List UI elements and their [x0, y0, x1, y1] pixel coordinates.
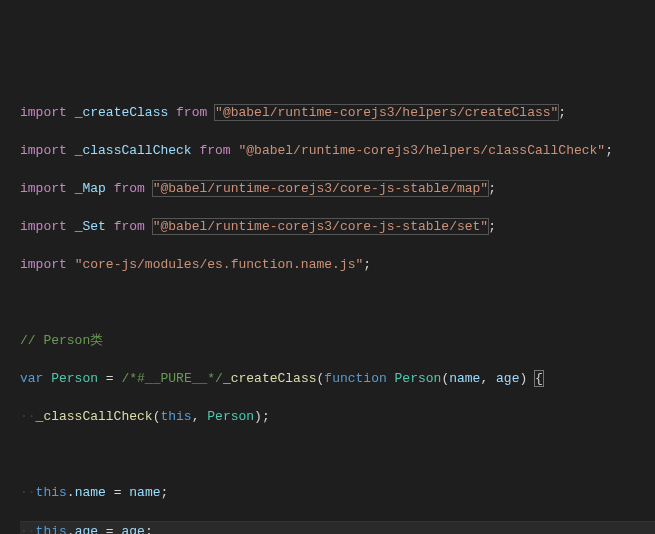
keyword-import: import — [20, 105, 67, 120]
import-path: "@babel/runtime-corejs3/helpers/createCl… — [215, 105, 558, 120]
stmt-line: ··this.name = name; — [20, 483, 655, 502]
var-decl-line: var Person = /*#__PURE__*/_createClass(f… — [20, 369, 655, 388]
blank-line — [20, 445, 655, 464]
import-name: _createClass — [75, 105, 169, 120]
comment-line: // Person类 — [20, 331, 655, 350]
blank-line — [20, 293, 655, 312]
import-line: import "core-js/modules/es.function.name… — [20, 255, 655, 274]
keyword-from: from — [176, 105, 207, 120]
stmt-line: ··_classCallCheck(this, Person); — [20, 407, 655, 426]
import-line: import _Map from "@babel/runtime-corejs3… — [20, 179, 655, 198]
import-line: import _classCallCheck from "@babel/runt… — [20, 141, 655, 160]
import-line: import _createClass from "@babel/runtime… — [20, 103, 655, 122]
stmt-line-current: ··this.age = age; — [20, 521, 655, 534]
code-editor[interactable]: import _createClass from "@babel/runtime… — [20, 84, 655, 534]
import-line: import _Set from "@babel/runtime-corejs3… — [20, 217, 655, 236]
